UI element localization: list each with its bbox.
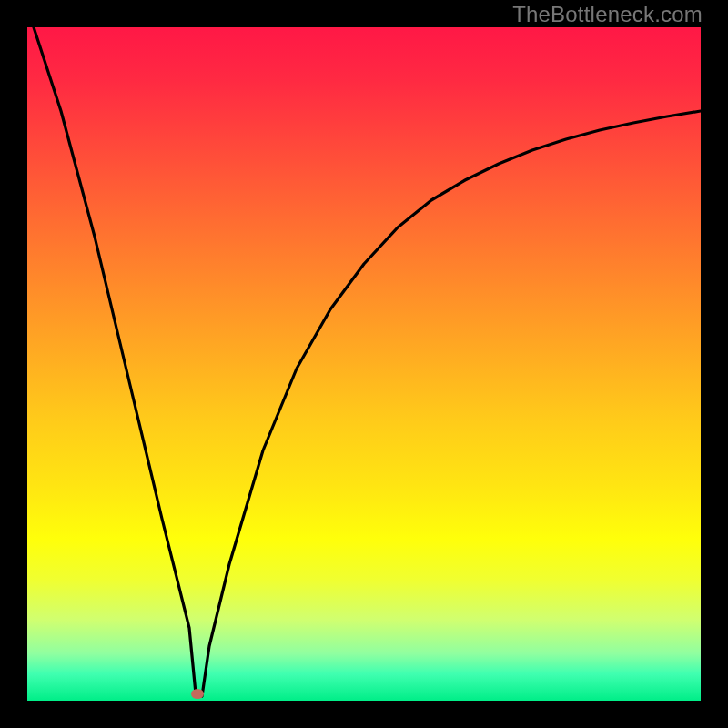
watermark-text: TheBottleneck.com bbox=[512, 2, 703, 27]
bottleneck-curve bbox=[27, 27, 701, 701]
bottleneck-marker bbox=[191, 689, 204, 699]
curve-path bbox=[34, 27, 701, 696]
plot-area bbox=[27, 27, 701, 701]
chart-frame: TheBottleneck.com bbox=[0, 0, 728, 728]
